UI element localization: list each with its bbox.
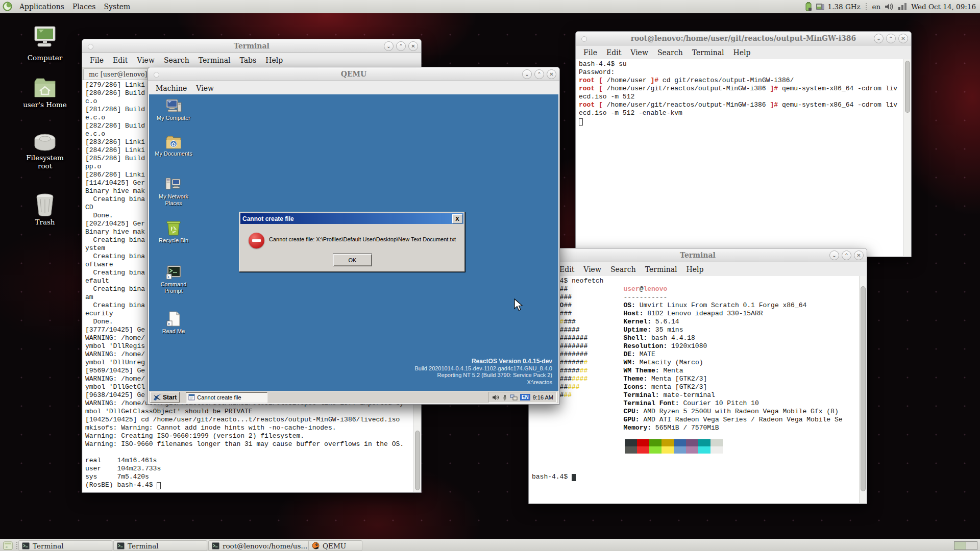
close-button[interactable]: ✕: [854, 251, 864, 260]
shade-button[interactable]: ⌄: [384, 41, 394, 51]
ros-icon-my-documents[interactable]: My Documents: [154, 135, 193, 157]
window-qemu[interactable]: QEMU ⌄ ⌃ ✕ MachineView My Computer: [148, 67, 560, 405]
start-button[interactable]: Start: [150, 392, 180, 403]
menu-item-places[interactable]: Places: [68, 2, 100, 12]
network-signal-icon[interactable]: [898, 3, 908, 10]
menu-item-tabs[interactable]: Tabs: [235, 55, 261, 66]
scrollbar-thumb[interactable]: [905, 61, 910, 113]
menu-item-system[interactable]: System: [100, 2, 134, 12]
my-documents-icon: [165, 135, 182, 149]
titlebar[interactable]: Terminal ⌄ ⌃ ✕: [529, 248, 867, 262]
menu-item-machine[interactable]: Machine: [151, 83, 191, 94]
taskbar-button-qemu[interactable]: QEMU: [308, 540, 362, 551]
terminal-line: ecd.iso -m 512: [579, 93, 908, 101]
ros-icon-label: My Documents: [155, 151, 192, 157]
dialog-close-button[interactable]: X: [452, 214, 462, 223]
terminal-line: root [ /home/user/git/reactos/output-Min…: [579, 101, 908, 109]
menu-item-search[interactable]: Search: [159, 55, 194, 66]
palette-swatch: [698, 446, 710, 454]
close-button[interactable]: ✕: [898, 34, 908, 43]
window-menu-icon[interactable]: [154, 72, 159, 78]
titlebar[interactable]: root@lenovo:/home/user/git/reactos/outpu…: [576, 32, 911, 45]
terminal-line: ####### Host: 81D2 Lenovo ideapad 330-15…: [532, 310, 864, 318]
close-button[interactable]: ✕: [547, 69, 556, 79]
unshade-button[interactable]: ⌃: [842, 251, 851, 260]
palette-swatch: [625, 446, 637, 454]
window-menu-icon[interactable]: [581, 36, 587, 42]
reactos-desktop[interactable]: My Computer My Documents My Network Plac…: [149, 94, 558, 403]
volume-icon[interactable]: [884, 3, 894, 11]
ros-power-icon[interactable]: [502, 394, 507, 400]
scrollbar[interactable]: [859, 276, 866, 503]
battery-icon[interactable]: [805, 2, 812, 11]
mate-menu-icon[interactable]: [3, 2, 12, 11]
shade-button[interactable]: ⌄: [874, 34, 884, 43]
palette-swatch: [649, 439, 662, 446]
ros-network-icon[interactable]: [510, 394, 518, 400]
titlebar[interactable]: Terminal ⌄ ⌃ ✕: [82, 39, 421, 53]
menu-item-terminal[interactable]: Terminal: [641, 264, 682, 275]
window-terminal-root[interactable]: root@lenovo:/home/user/git/reactos/outpu…: [575, 31, 912, 257]
shade-button[interactable]: ⌄: [829, 251, 839, 260]
menu-item-view[interactable]: View: [579, 264, 606, 275]
terminal-line: real 14m16.461s: [85, 457, 418, 465]
show-desktop-button[interactable]: o:: [3, 541, 13, 550]
window-menu-icon[interactable]: [88, 44, 93, 49]
ros-icon-read-me[interactable]: Read Me: [154, 311, 193, 335]
menu-item-applications[interactable]: Applications: [15, 2, 68, 12]
menu-item-file[interactable]: File: [85, 55, 108, 66]
terminal-content[interactable]: bash-4.4$ neofetch ##### user@lenovo ###…: [529, 276, 866, 503]
shade-button[interactable]: ⌄: [522, 69, 532, 79]
taskbar-button-terminal-1[interactable]: Terminal: [18, 540, 112, 551]
workspace-2[interactable]: [966, 542, 977, 549]
menu-item-help[interactable]: Help: [261, 55, 287, 66]
menu-item-terminal[interactable]: Terminal: [194, 55, 235, 66]
close-button[interactable]: ✕: [408, 41, 418, 51]
clock[interactable]: Wed Oct 14, 09:16: [911, 3, 976, 11]
dialog-titlebar[interactable]: Cannot create file X: [240, 213, 463, 224]
taskbar-button-terminal-2[interactable]: Terminal: [113, 540, 207, 551]
ros-clock[interactable]: 9:16 AM: [533, 394, 553, 400]
window-terminal-neofetch[interactable]: Terminal ⌄ ⌃ ✕ FileEditViewSearchTermina…: [528, 248, 867, 504]
ros-icon-command-prompt[interactable]: Command Prompt: [154, 265, 193, 294]
desktop-icon-trash[interactable]: Trash: [20, 193, 69, 226]
menu-item-view[interactable]: View: [132, 55, 159, 66]
menu-item-edit[interactable]: Edit: [108, 55, 132, 66]
titlebar[interactable]: QEMU ⌄ ⌃ ✕: [148, 67, 559, 81]
menu-item-help[interactable]: Help: [682, 264, 708, 275]
ros-keyboard-indicator[interactable]: EN: [520, 394, 530, 400]
taskbar-button-terminal-root[interactable]: root@lenovo:/home/us...: [208, 540, 311, 551]
menu-item-file[interactable]: File: [579, 47, 602, 58]
keyboard-layout-indicator[interactable]: en: [872, 3, 881, 11]
menu-item-search[interactable]: Search: [606, 264, 641, 275]
scrollbar-thumb[interactable]: [415, 431, 420, 490]
taskbar-task-cannot-create-file[interactable]: Cannot create file: [186, 392, 267, 403]
terminal-content[interactable]: bash-4.4$ suPassword:root [ /home/user ]…: [576, 59, 911, 256]
ros-icon-my-network-places[interactable]: My Network Places: [154, 177, 193, 207]
menu-item-terminal[interactable]: Terminal: [688, 47, 729, 58]
unshade-button[interactable]: ⌃: [396, 41, 406, 51]
cpu-frequency-icon[interactable]: [815, 3, 824, 11]
menu-item-search[interactable]: Search: [653, 47, 688, 58]
menu-item-help[interactable]: Help: [729, 47, 755, 58]
qemu-menubar: MachineView: [148, 81, 559, 95]
ros-icon-my-computer[interactable]: My Computer: [154, 98, 193, 121]
ros-volume-icon[interactable]: [492, 394, 500, 400]
ros-icon-recycle-bin[interactable]: Recycle Bin: [154, 220, 193, 244]
desktop-icon-computer[interactable]: Computer: [20, 26, 69, 62]
scrollbar[interactable]: [903, 59, 911, 256]
unshade-button[interactable]: ⌃: [534, 69, 544, 79]
menu-item-edit[interactable]: Edit: [602, 47, 626, 58]
unshade-button[interactable]: ⌃: [886, 34, 896, 43]
workspace-1[interactable]: [954, 542, 966, 549]
menu-item-view[interactable]: View: [626, 47, 653, 58]
taskbar-button-label: Terminal: [33, 542, 64, 550]
dialog-ok-button[interactable]: OK: [333, 254, 372, 266]
desktop-icon-users-home[interactable]: user's Home: [20, 77, 69, 109]
workspace-switcher[interactable]: [954, 541, 977, 550]
trash-icon: [34, 193, 56, 216]
menu-item-view[interactable]: View: [191, 83, 218, 94]
scrollbar-thumb[interactable]: [861, 286, 866, 491]
error-dialog[interactable]: Cannot create file X Cannot create file:…: [239, 212, 465, 272]
desktop-icon-filesystem-root[interactable]: Filesystem root: [20, 132, 69, 170]
